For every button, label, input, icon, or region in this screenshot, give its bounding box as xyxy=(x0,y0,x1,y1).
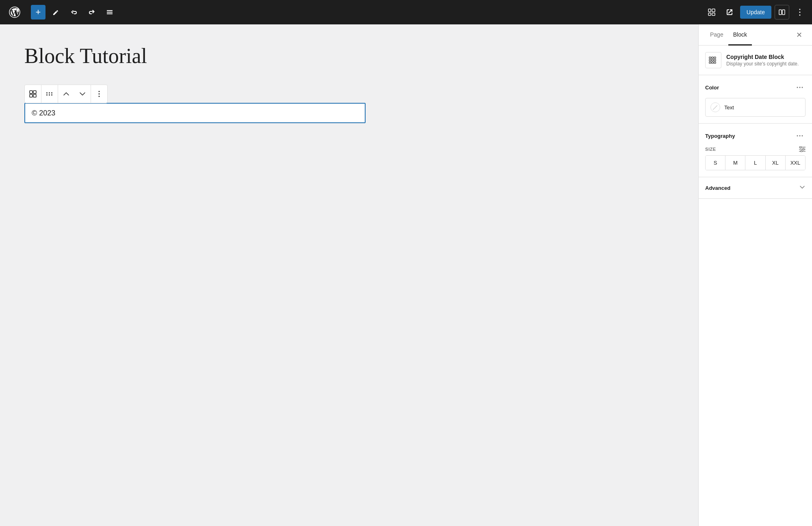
svg-rect-8 xyxy=(779,10,782,15)
svg-point-32 xyxy=(797,135,798,137)
editor-area: Block Tutorial xyxy=(0,24,698,526)
block-type-group xyxy=(25,85,41,103)
close-sidebar-button[interactable]: ✕ xyxy=(793,28,806,41)
block-move-up-button[interactable] xyxy=(58,85,74,103)
block-move-group xyxy=(58,85,91,103)
edit-button[interactable] xyxy=(49,5,63,20)
block-move-down-button[interactable] xyxy=(74,85,91,103)
advanced-title: Advanced xyxy=(705,185,730,191)
svg-rect-7 xyxy=(712,13,715,15)
svg-rect-5 xyxy=(712,9,715,12)
typography-section: Typography SIZE S M L XL XXL xyxy=(699,124,812,177)
svg-rect-28 xyxy=(714,62,716,63)
svg-point-11 xyxy=(799,12,801,13)
sidebar-tabs: Page Block ✕ xyxy=(699,24,812,46)
svg-rect-21 xyxy=(712,57,713,59)
view-toggle-button[interactable] xyxy=(704,5,719,20)
list-view-button[interactable] xyxy=(102,5,117,20)
svg-rect-20 xyxy=(709,57,711,59)
color-text-button[interactable]: Text xyxy=(705,98,806,117)
size-s-button[interactable]: S xyxy=(706,156,725,170)
typography-section-header: Typography xyxy=(705,130,806,141)
page-title: Block Tutorial xyxy=(24,44,390,68)
svg-rect-1 xyxy=(107,10,113,11)
color-section-header: Color xyxy=(705,82,806,93)
size-m-button[interactable]: M xyxy=(725,156,745,170)
advanced-header[interactable]: Advanced xyxy=(705,184,806,192)
block-info-text: Copyright Date Block Display your site's… xyxy=(726,54,799,67)
settings-panel-button[interactable] xyxy=(775,5,789,20)
svg-point-34 xyxy=(802,135,803,137)
size-l-button[interactable]: L xyxy=(745,156,765,170)
svg-rect-13 xyxy=(30,91,32,93)
svg-rect-26 xyxy=(709,62,711,63)
svg-rect-24 xyxy=(712,59,713,61)
wp-logo[interactable] xyxy=(5,0,24,24)
svg-point-29 xyxy=(797,87,798,88)
block-more-button[interactable] xyxy=(91,85,107,103)
svg-rect-9 xyxy=(782,10,785,15)
svg-rect-2 xyxy=(107,12,113,13)
svg-point-40 xyxy=(801,150,802,152)
advanced-section: Advanced xyxy=(699,177,812,199)
typography-more-button[interactable] xyxy=(794,130,806,141)
toolbar-right: Update xyxy=(704,5,807,20)
svg-point-17 xyxy=(99,91,100,92)
size-filter-button[interactable] xyxy=(799,146,806,152)
svg-rect-4 xyxy=(708,9,711,12)
size-xxl-button[interactable]: XXL xyxy=(786,156,805,170)
svg-point-39 xyxy=(803,148,804,150)
redo-button[interactable] xyxy=(84,5,99,20)
svg-point-31 xyxy=(802,87,803,88)
svg-point-38 xyxy=(800,146,801,148)
tab-page[interactable]: Page xyxy=(705,24,728,46)
color-section: Color Text xyxy=(699,75,812,124)
svg-rect-25 xyxy=(714,59,716,61)
advanced-chevron-icon xyxy=(799,184,806,192)
more-options-button[interactable] xyxy=(793,5,807,20)
tab-block[interactable]: Block xyxy=(728,24,752,46)
svg-point-19 xyxy=(99,96,100,97)
svg-point-33 xyxy=(799,135,801,137)
svg-point-18 xyxy=(99,93,100,95)
color-text-swatch xyxy=(710,102,720,112)
update-button[interactable]: Update xyxy=(740,6,771,19)
block-drag-handle[interactable] xyxy=(41,85,58,103)
svg-rect-22 xyxy=(714,57,716,59)
block-more-group xyxy=(91,85,107,103)
typography-section-title: Typography xyxy=(705,133,735,139)
block-icon xyxy=(705,52,721,68)
svg-point-10 xyxy=(799,9,801,10)
size-buttons: S M L XL XXL xyxy=(705,155,806,170)
editor-page: Block Tutorial xyxy=(24,44,390,123)
color-section-title: Color xyxy=(705,85,719,91)
size-label: SIZE xyxy=(705,146,806,152)
color-more-button[interactable] xyxy=(794,82,806,93)
block-info: Copyright Date Block Display your site's… xyxy=(699,46,812,75)
svg-point-30 xyxy=(799,87,801,88)
color-text-label: Text xyxy=(724,104,734,111)
block-content[interactable]: © 2023 xyxy=(24,103,366,123)
size-xl-button[interactable]: XL xyxy=(766,156,786,170)
undo-button[interactable] xyxy=(67,5,81,20)
block-type-button[interactable] xyxy=(25,85,41,103)
main-layout: Block Tutorial xyxy=(0,24,812,526)
svg-rect-15 xyxy=(30,94,32,97)
block-info-desc: Display your site's copyright date. xyxy=(726,61,799,67)
external-link-button[interactable] xyxy=(722,5,737,20)
svg-rect-27 xyxy=(712,62,713,63)
add-block-button[interactable]: + xyxy=(31,5,45,20)
svg-rect-14 xyxy=(33,91,36,93)
block-info-title: Copyright Date Block xyxy=(726,54,799,60)
svg-rect-3 xyxy=(107,13,113,14)
drag-dots-icon xyxy=(46,92,53,96)
sidebar: Page Block ✕ Copyright Date Block Displa… xyxy=(698,24,812,526)
svg-rect-6 xyxy=(708,13,711,15)
main-toolbar: + Update xyxy=(0,0,812,24)
svg-point-12 xyxy=(799,15,801,16)
svg-rect-23 xyxy=(709,59,711,61)
svg-rect-16 xyxy=(33,94,36,97)
block-toolbar xyxy=(24,85,108,103)
block-drag-group xyxy=(41,85,58,103)
